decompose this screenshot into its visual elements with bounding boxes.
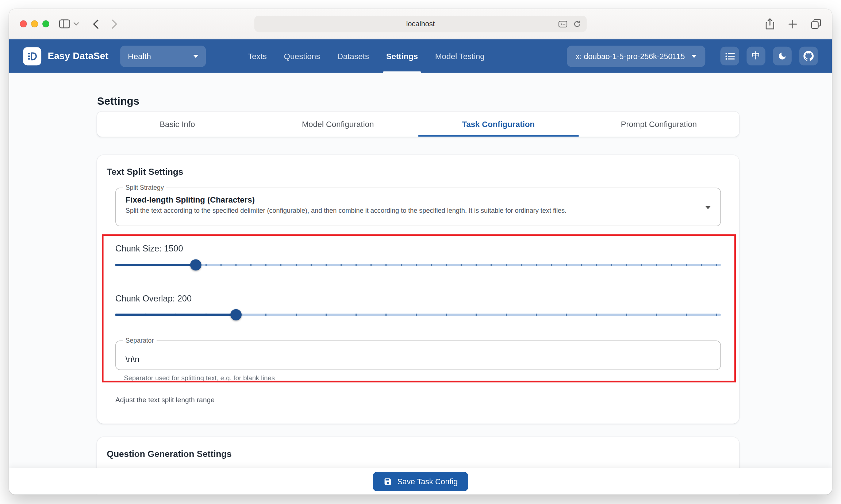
section-title: Text Split Settings (107, 166, 721, 177)
footer-bar: Save Task Config (9, 468, 832, 495)
split-range-hint: Adjust the text split length range (115, 396, 721, 404)
separator-input[interactable] (116, 341, 720, 370)
new-tab-icon[interactable] (788, 20, 797, 28)
address-bar[interactable]: localhost (254, 16, 587, 32)
chevron-down-icon (691, 54, 697, 58)
minimize-window-button[interactable] (31, 20, 38, 27)
slider-fill (115, 264, 196, 266)
chunk-size-slider[interactable] (115, 259, 721, 270)
url-text: localhost (406, 20, 435, 28)
close-window-button[interactable] (20, 20, 27, 27)
share-icon[interactable] (765, 18, 775, 30)
section-title: Question Generation Settings (107, 448, 721, 459)
nav-item-questions[interactable]: Questions (275, 39, 329, 73)
nav-item-texts[interactable]: Texts (239, 39, 275, 73)
split-strategy-select[interactable]: Split Strategy Fixed-length Spliting (Ch… (115, 188, 721, 226)
sidebar-chevron-icon[interactable] (73, 22, 79, 26)
moon-icon (778, 51, 787, 61)
settings-tabs: Basic Info Model Configuration Task Conf… (97, 112, 739, 137)
chevron-down-icon (193, 54, 199, 58)
window-controls (20, 20, 49, 27)
chevron-down-icon (705, 206, 711, 209)
chunk-overlap-label: Chunk Overlap: 200 (115, 293, 721, 304)
tab-overview-icon[interactable] (811, 19, 821, 29)
app-title: Easy DataSet (48, 50, 108, 62)
extensions-icon[interactable] (558, 20, 568, 27)
zoom-window-button[interactable] (42, 20, 49, 27)
app-header: Easy DataSet Health Texts Questions Data… (9, 39, 832, 73)
separator-field: Separator (115, 341, 721, 370)
chunk-size-label: Chunk Size: 1500 (115, 243, 721, 255)
slider-thumb[interactable] (230, 309, 242, 320)
language-toggle-button[interactable]: 中 (746, 47, 765, 65)
split-strategy-label: Split Strategy (123, 184, 166, 192)
tab-prompt-configuration[interactable]: Prompt Configuration (579, 112, 739, 137)
save-task-config-button[interactable]: Save Task Config (373, 472, 468, 491)
dark-mode-button[interactable] (773, 47, 791, 65)
nav-item-settings[interactable]: Settings (378, 39, 427, 73)
main-nav: Texts Questions Datasets Settings Model … (239, 39, 493, 73)
screen: localhost (0, 0, 841, 504)
browser-window: localhost (9, 9, 832, 495)
project-selector-value: Health (128, 51, 151, 61)
page-title: Settings (97, 95, 739, 107)
tab-model-configuration[interactable]: Model Configuration (258, 112, 418, 137)
model-selector[interactable]: x: doubao-1-5-pro-256k-250115 (567, 45, 706, 67)
project-selector[interactable]: Health (120, 45, 206, 67)
forward-button[interactable] (112, 19, 118, 28)
app-logo-icon (23, 47, 41, 65)
nav-item-model-testing[interactable]: Model Testing (427, 39, 494, 73)
page-content: Settings Basic Info Model Configuration … (9, 73, 832, 495)
header-icon-buttons: 中 (720, 47, 818, 65)
split-strategy-value: Fixed-length Spliting (Characters) (126, 195, 695, 204)
task-list-button[interactable] (720, 47, 739, 65)
slider-fill (115, 314, 236, 316)
list-icon (725, 52, 734, 61)
github-icon (803, 51, 814, 61)
separator-helper-text: Separator used for splitting text, e.g. … (124, 374, 721, 382)
save-button-label: Save Task Config (397, 477, 457, 486)
split-strategy-description: Split the text according to the specifie… (126, 207, 695, 215)
language-icon: 中 (752, 50, 760, 62)
text-split-settings-card: Text Split Settings Split Strategy Fixed… (97, 155, 739, 424)
reload-icon[interactable] (573, 20, 581, 28)
tab-task-configuration[interactable]: Task Configuration (418, 112, 579, 137)
github-button[interactable] (799, 47, 818, 65)
tab-basic-info[interactable]: Basic Info (97, 112, 258, 137)
slider-ticks (115, 264, 721, 266)
back-button[interactable] (93, 19, 99, 28)
model-selector-value: x: doubao-1-5-pro-256k-250115 (576, 52, 685, 61)
nav-item-datasets[interactable]: Datasets (329, 39, 378, 73)
separator-label: Separator (123, 337, 156, 345)
browser-right-controls (765, 18, 821, 30)
sidebar-toggle-icon[interactable] (59, 19, 70, 28)
browser-toolbar: localhost (9, 9, 832, 39)
chunk-overlap-slider[interactable] (115, 309, 721, 320)
save-icon (383, 477, 392, 486)
slider-thumb[interactable] (190, 259, 201, 270)
